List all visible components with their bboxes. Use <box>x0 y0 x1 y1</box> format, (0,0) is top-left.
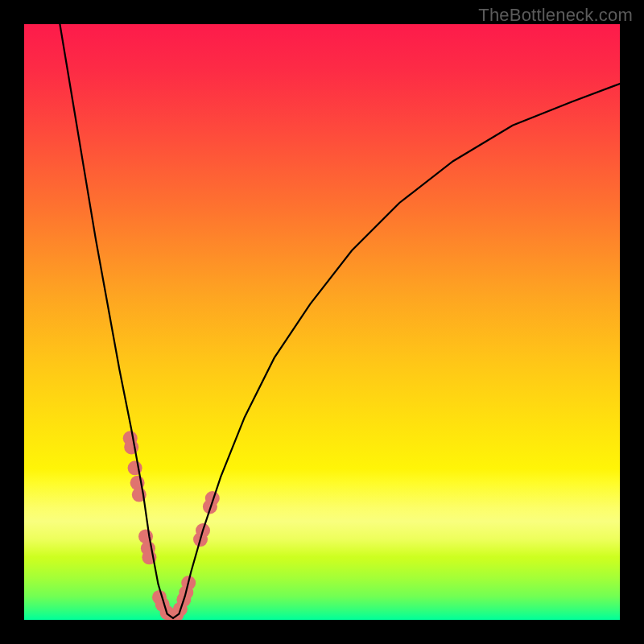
bottleneck-curve <box>60 24 620 618</box>
chart-svg <box>24 24 620 620</box>
watermark-text: TheBottleneck.com <box>478 5 633 26</box>
chart-frame: TheBottleneck.com <box>0 0 644 644</box>
plot-area <box>24 24 620 620</box>
data-marker <box>124 440 138 454</box>
